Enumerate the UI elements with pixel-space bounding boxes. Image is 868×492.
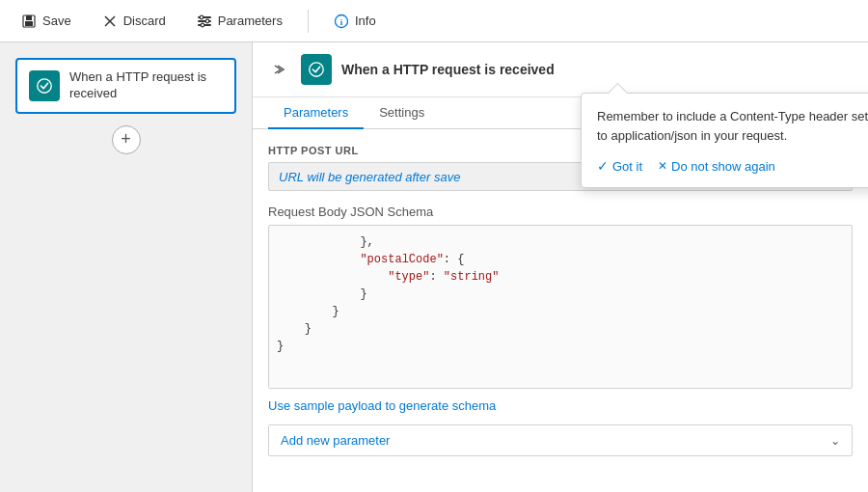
code-line: "type": "string" <box>277 268 844 286</box>
check-icon: ✓ <box>597 158 609 174</box>
right-panel: When a HTTP request is received Remember… <box>253 42 868 492</box>
tab-parameters[interactable]: Parameters <box>268 97 364 129</box>
tooltip-text: Remember to include a Content-Type heade… <box>597 107 868 145</box>
sidebar: When a HTTP request is received + <box>0 42 253 492</box>
main-layout: When a HTTP request is received + When a… <box>0 42 868 492</box>
got-it-label: Got it <box>612 159 642 174</box>
action-card-text: When a HTTP request is received <box>69 69 223 102</box>
parameters-button[interactable]: Parameters <box>191 10 288 33</box>
dismiss-label: Do not show again <box>671 159 775 174</box>
svg-rect-2 <box>25 21 33 26</box>
discard-label: Discard <box>123 14 166 28</box>
parameters-label: Parameters <box>218 14 283 28</box>
schema-label: Request Body JSON Schema <box>268 205 853 219</box>
sample-payload-link[interactable]: Use sample payload to generate schema <box>268 398 496 413</box>
plus-icon: + <box>121 129 131 150</box>
svg-point-9 <box>205 19 209 23</box>
discard-icon <box>102 14 118 29</box>
panel-header: When a HTTP request is received <box>253 42 868 97</box>
svg-point-8 <box>200 15 203 19</box>
add-param-row[interactable]: Add new parameter ⌄ <box>268 424 853 456</box>
svg-rect-1 <box>26 15 32 20</box>
toolbar: Save Discard Parameters <box>0 0 868 42</box>
action-card[interactable]: When a HTTP request is received <box>15 58 236 114</box>
panel-title: When a HTTP request is received <box>341 62 555 77</box>
add-step-button[interactable]: + <box>112 125 141 154</box>
tab-settings[interactable]: Settings <box>364 97 440 129</box>
code-editor[interactable]: }, "postalCode": { "type": "string" } } … <box>268 225 853 389</box>
code-line: "postalCode": { <box>277 251 844 268</box>
tooltip-popup: Remember to include a Content-Type heade… <box>581 93 868 188</box>
save-label: Save <box>42 14 71 28</box>
code-line: } <box>277 320 844 338</box>
svg-text:i: i <box>340 17 343 27</box>
code-line: }, <box>277 233 844 251</box>
chevron-down-icon: ⌄ <box>830 434 840 448</box>
code-line: } <box>277 338 844 355</box>
svg-point-14 <box>310 63 323 76</box>
add-param-label: Add new parameter <box>281 433 390 448</box>
svg-point-10 <box>201 23 204 27</box>
discard-button[interactable]: Discard <box>96 10 172 33</box>
got-it-button[interactable]: ✓ Got it <box>597 158 642 174</box>
toolbar-divider <box>308 10 309 33</box>
info-label: Info <box>355 14 376 28</box>
info-button[interactable]: i Info <box>328 10 382 33</box>
url-placeholder: URL will be generated after save <box>279 170 460 184</box>
expand-button[interactable] <box>268 58 291 81</box>
code-line: } <box>277 303 844 320</box>
save-button[interactable]: Save <box>15 10 77 33</box>
dismiss-button[interactable]: ✕ Do not show again <box>658 159 775 174</box>
panel-header-icon <box>301 54 332 85</box>
save-icon <box>21 14 37 29</box>
info-icon: i <box>334 14 349 29</box>
code-line: } <box>277 286 844 303</box>
x-icon: ✕ <box>658 159 667 173</box>
action-card-icon <box>29 70 60 101</box>
parameters-icon <box>197 14 212 29</box>
svg-point-13 <box>38 79 51 93</box>
tooltip-actions: ✓ Got it ✕ Do not show again <box>597 158 868 174</box>
